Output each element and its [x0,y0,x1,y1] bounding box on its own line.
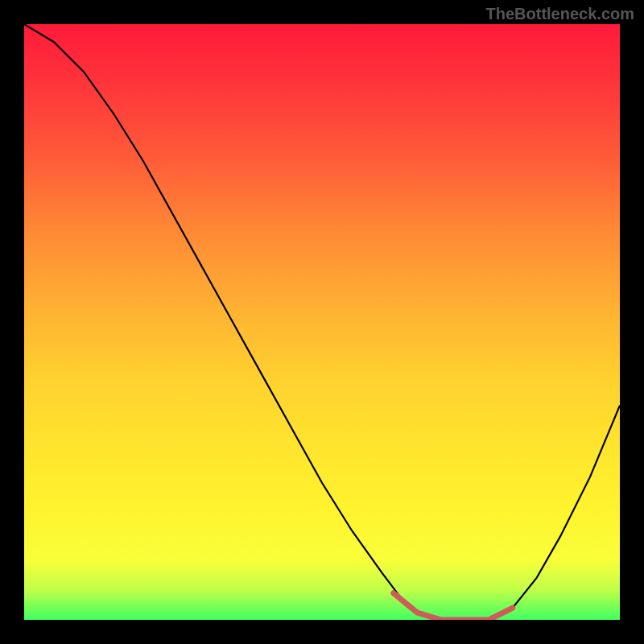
plot-area [24,24,620,620]
chart-svg [24,24,620,620]
watermark-text: TheBottleneck.com [486,5,634,23]
bottleneck-curve-path [24,24,620,620]
highlight-curve-path [394,593,513,620]
